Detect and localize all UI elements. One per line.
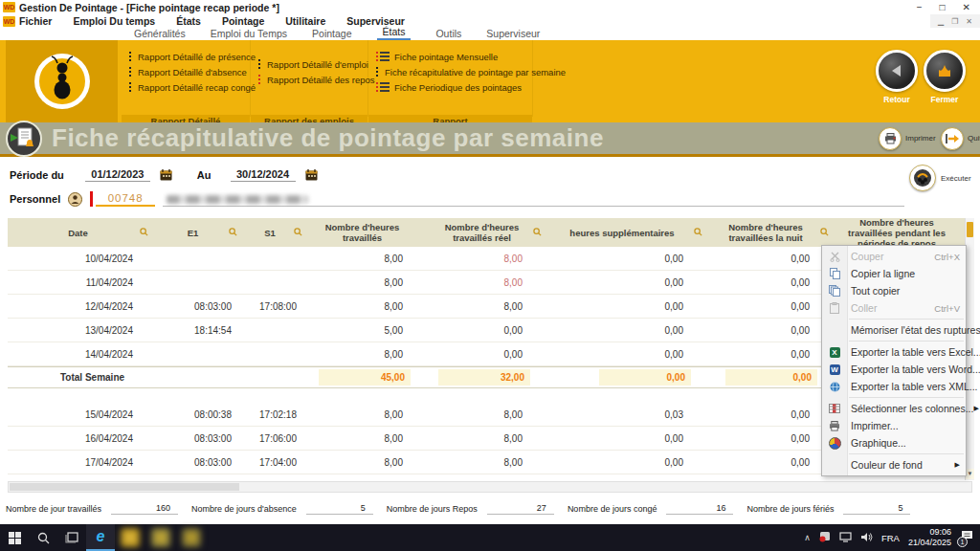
- menu-item-tout-copier[interactable]: Tout copier: [822, 282, 966, 299]
- search-icon[interactable]: [820, 228, 829, 239]
- menu-item-imprimer[interactable]: Imprimer...: [822, 417, 966, 434]
- person-icon[interactable]: [68, 192, 82, 207]
- mdi-minimize-button[interactable]: ▁: [938, 17, 944, 26]
- calendar-icon[interactable]: [305, 169, 318, 181]
- table-columns-icon: [822, 404, 847, 413]
- date-to-field[interactable]: 30/12/2024: [231, 168, 296, 182]
- btn-rapport-detaille-emploi[interactable]: Rapport Détaillé d'emploi: [258, 58, 360, 70]
- scroll-down-arrow[interactable]: ▼: [966, 469, 974, 479]
- menu-item-selectionner-colonnes[interactable]: Sélectionner les colonnes...▶: [822, 400, 966, 417]
- btn-rapport-detaille-presence[interactable]: Rapport Détaillé de présence: [129, 51, 242, 62]
- search-icon[interactable]: [229, 228, 237, 239]
- menu-item-memoriser-ruptures[interactable]: Mémoriser l'état des ruptures: [822, 321, 966, 339]
- tab-etats[interactable]: États: [377, 26, 412, 40]
- tray-expand-icon[interactable]: ∧: [804, 533, 811, 542]
- mdi-window-controls: ▁ ❐ ✕: [930, 14, 980, 28]
- search-icon[interactable]: [140, 228, 148, 239]
- stat-value: 5: [306, 503, 373, 515]
- fermer-button[interactable]: Fermer: [916, 50, 973, 104]
- mdi-restore-button[interactable]: ❐: [951, 17, 958, 26]
- minimize-button[interactable]: −: [917, 2, 923, 12]
- menu-etats[interactable]: États: [176, 15, 201, 27]
- column-header-s1[interactable]: S1: [237, 229, 302, 239]
- maximize-button[interactable]: □: [940, 2, 946, 12]
- btn-fiche-recap-semaine[interactable]: Fiche récapitulative de pointage par sem…: [376, 66, 524, 77]
- column-header-heures-nuit[interactable]: Nombre d'heures travaillées la nuit: [702, 223, 829, 244]
- tab-generalites[interactable]: Généralités: [134, 28, 186, 40]
- close-button[interactable]: ✕: [963, 2, 970, 12]
- search-icon[interactable]: [533, 228, 542, 239]
- tab-superviseur[interactable]: Superviseur: [486, 28, 540, 40]
- column-header-heures-reel[interactable]: Nombre d'heures travaillés réel: [422, 223, 542, 244]
- scrollbar-thumb[interactable]: [10, 483, 239, 491]
- menu-emploi-du-temps[interactable]: Emploi Du temps: [73, 15, 155, 27]
- blurred-app-icon[interactable]: [182, 528, 201, 547]
- ribbon-group-rapport-des-emplois: Rapport Détaillé d'emploi Rapport Détail…: [251, 40, 368, 117]
- scrollbar-thumb[interactable]: [967, 222, 973, 237]
- menu-separator: [849, 341, 964, 342]
- stat-value: 16: [666, 503, 733, 515]
- exit-arrow-icon: [941, 127, 964, 150]
- stat-jours-repos: Nombre de jours Repos27: [387, 503, 554, 515]
- column-header-date[interactable]: Date: [8, 229, 148, 239]
- column-header-e1[interactable]: E1: [148, 229, 237, 239]
- menu-item-export-excel[interactable]: X Exporter la table vers Excel...: [822, 343, 966, 361]
- menu-item-export-word[interactable]: W Exporter la table vers Word...: [822, 361, 966, 378]
- paste-icon: [822, 302, 847, 314]
- calendar-icon[interactable]: [160, 169, 172, 181]
- menu-item-coller: CollerCtrl+V: [822, 299, 966, 317]
- executer-button[interactable]: Exécuter: [909, 165, 971, 191]
- column-header-heures-supp[interactable]: heures supplémentaires: [542, 229, 702, 239]
- ant-logo-icon: [33, 52, 92, 111]
- menu-item-export-xml[interactable]: Exporter la table vers XML...: [822, 378, 966, 395]
- btn-fiche-periodique[interactable]: Fiche Periodique des pointages: [376, 81, 524, 93]
- mdi-close-button[interactable]: ✕: [966, 17, 972, 26]
- blurred-app-icon[interactable]: [151, 528, 170, 547]
- stat-value: 5: [843, 503, 910, 515]
- menu-fichier[interactable]: Fichier: [19, 15, 52, 27]
- tab-emploi-du-temps[interactable]: Emploi du Temps: [211, 28, 287, 40]
- search-icon[interactable]: [694, 228, 702, 239]
- executer-icon: [909, 165, 936, 191]
- action-center-icon[interactable]: 1: [960, 529, 974, 546]
- app-logo-icon: WD: [3, 2, 15, 12]
- start-button[interactable]: [0, 524, 29, 551]
- blurred-app-icon[interactable]: [121, 528, 140, 547]
- column-header-heures-travailles[interactable]: Nombre d'heures travaillés: [302, 223, 422, 244]
- volume-icon[interactable]: [860, 529, 873, 546]
- globe-xml-icon: [822, 382, 847, 392]
- btn-fiche-pointage-mensuelle[interactable]: Fiche pointage Mensuelle: [376, 51, 524, 62]
- network-icon[interactable]: [839, 529, 852, 546]
- btn-rapport-detaille-recap-conge[interactable]: Rapport Détaillé recap congé: [129, 81, 242, 93]
- personnel-name-field[interactable]: [163, 192, 904, 207]
- taskbar-search-icon[interactable]: [29, 524, 57, 551]
- total-value: 0,00: [599, 369, 691, 386]
- task-view-icon[interactable]: [57, 524, 86, 551]
- personnel-code-field[interactable]: 00748: [96, 192, 155, 207]
- internet-explorer-icon[interactable]: e: [86, 524, 115, 551]
- menu-item-couleur-fond[interactable]: Couleur de fond▶: [822, 456, 966, 474]
- stats-bar: Nombre de jour travaillés160 Nombre de j…: [0, 496, 980, 521]
- copy-all-icon: [822, 285, 847, 297]
- page-title: Fiche récapitulative de pointage par sem…: [52, 123, 604, 153]
- menu-utilitaire[interactable]: Utilitaire: [285, 15, 325, 27]
- btn-rapport-detaille-absence[interactable]: Rapport Détaillé d'absence: [129, 66, 242, 77]
- date-from-field[interactable]: 01/12/2023: [85, 168, 150, 182]
- scissors-icon: [822, 252, 847, 262]
- keyboard-language[interactable]: FRA: [881, 533, 900, 543]
- tab-pointage[interactable]: Pointage: [312, 28, 351, 40]
- menu-item-copier-ligne[interactable]: Copier la ligne: [822, 265, 966, 282]
- submenu-arrow-icon: ▶: [973, 405, 978, 412]
- tab-outils[interactable]: Outils: [435, 28, 461, 40]
- tray-alert-icon[interactable]: [819, 529, 831, 546]
- copy-icon: [822, 268, 847, 279]
- horizontal-scrollbar[interactable]: [8, 481, 972, 493]
- menu-item-graphique[interactable]: Graphique...: [822, 434, 966, 452]
- menu-pointage[interactable]: Pointage: [222, 15, 264, 27]
- search-icon[interactable]: [294, 228, 302, 239]
- imprimer-button[interactable]: Imprimer: [879, 127, 936, 150]
- taskbar-clock[interactable]: 09:0621/04/2025: [908, 527, 951, 549]
- quitter-button[interactable]: Quitter: [941, 127, 980, 150]
- btn-rapport-detaille-repos[interactable]: Rapport Détaillé des repos: [258, 74, 360, 85]
- stat-jours-travailles: Nombre de jour travaillés160: [6, 503, 178, 515]
